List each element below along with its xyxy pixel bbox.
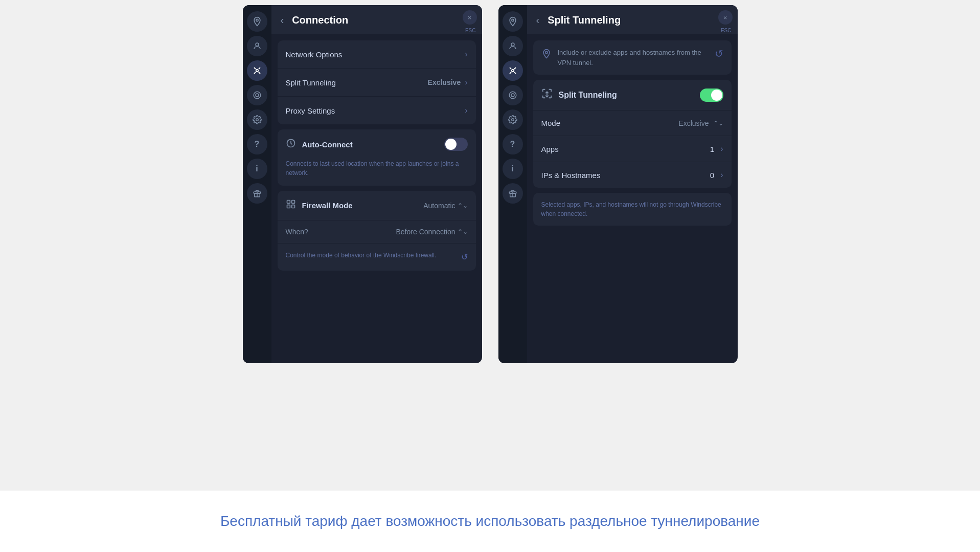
split-tunneling-chevron: ›: [465, 78, 467, 87]
split-tunneling-label: Split Tunneling: [286, 78, 428, 87]
firewall-icon: [286, 199, 296, 212]
firewall-mode-value: Automatic: [423, 202, 455, 210]
sidebar-icon-help[interactable]: ?: [247, 134, 267, 154]
svg-rect-9: [287, 201, 290, 204]
split-tunneling-item[interactable]: Split Tunneling Exclusive ›: [278, 69, 476, 97]
st-mode-label: Mode: [541, 119, 679, 127]
proxy-settings-chevron: ›: [465, 106, 467, 115]
network-options-label: Network Options: [286, 50, 465, 59]
firewall-when-row: When? Before Connection ⌃⌄: [278, 220, 476, 244]
left-back-button[interactable]: ‹: [278, 13, 287, 27]
right-close-icon: ×: [723, 14, 727, 21]
st-apps-count: 1: [710, 145, 714, 153]
firewall-label: Firewall Mode: [302, 201, 418, 210]
st-ips-row[interactable]: IPs & Hostnames 0 ›: [533, 162, 732, 188]
firewall-info-icon[interactable]: ↺: [461, 251, 468, 263]
st-mode-chevron: ⌃⌄: [713, 120, 723, 127]
st-ips-count: 0: [710, 171, 714, 180]
network-options-item[interactable]: Network Options ›: [278, 40, 476, 69]
right-sidebar-icon-info[interactable]: i: [503, 159, 523, 179]
svg-point-1: [256, 43, 259, 46]
firewall-card: Firewall Mode Automatic ⌃⌄ When? Before …: [278, 191, 476, 271]
svg-point-2: [256, 70, 258, 72]
st-toggle[interactable]: [700, 89, 723, 102]
autoconnect-card: Auto-Connect Connects to last used locat…: [278, 129, 476, 186]
firewall-when-value: Before Connection: [396, 228, 455, 236]
sidebar-icon-settings[interactable]: [247, 109, 267, 130]
svg-point-3: [254, 92, 261, 99]
svg-point-17: [511, 94, 514, 97]
st-apps-row[interactable]: Apps 1 ›: [533, 136, 732, 162]
right-back-button[interactable]: ‹: [533, 13, 543, 27]
svg-point-4: [256, 94, 259, 97]
autoconnect-icon: [286, 138, 296, 151]
st-mode-row[interactable]: Mode Exclusive ⌃⌄: [533, 110, 732, 136]
svg-point-21: [545, 51, 547, 53]
firewall-mode-chevron: ⌃⌄: [458, 202, 468, 209]
svg-point-14: [511, 43, 514, 46]
firewall-when-label: When?: [286, 228, 396, 236]
sidebar-icon-gift[interactable]: [247, 183, 267, 204]
network-options-chevron: ›: [465, 50, 467, 59]
firewall-header: Firewall Mode Automatic ⌃⌄: [278, 191, 476, 220]
sidebar-icon-user[interactable]: [247, 36, 267, 56]
right-main-content: ‹ Split Tunneling × ESC Inc: [527, 5, 738, 363]
right-content-area: Include or exclude apps and hostnames fr…: [527, 34, 738, 363]
sidebar-icon-shield[interactable]: [247, 85, 267, 105]
autoconnect-header: Auto-Connect: [278, 129, 476, 159]
st-ips-value-container: 0 ›: [710, 170, 723, 180]
right-sidebar-icon-help[interactable]: ?: [503, 134, 523, 154]
st-ips-label: IPs & Hostnames: [541, 171, 710, 180]
firewall-when-dropdown[interactable]: Before Connection ⌃⌄: [396, 228, 468, 236]
st-info-text: Include or exclude apps and hostnames fr…: [558, 48, 709, 68]
st-mode-value: Exclusive: [678, 119, 709, 127]
sidebar-icon-connection[interactable]: [247, 60, 267, 81]
st-apps-chevron: ›: [720, 144, 723, 153]
left-content-area: Network Options › Split Tunneling Exclus…: [271, 34, 482, 363]
right-sidebar-icon-shield[interactable]: [503, 85, 523, 105]
svg-point-18: [511, 119, 514, 121]
st-info-action-icon[interactable]: ↺: [715, 48, 723, 60]
svg-point-16: [509, 92, 516, 99]
right-sidebar-icon-gift[interactable]: [503, 183, 523, 204]
st-footer-desc: Selected apps, IPs, and hostnames will n…: [533, 193, 732, 226]
right-close-button[interactable]: ×: [718, 10, 733, 25]
right-sidebar-icon-connection[interactable]: [503, 60, 523, 81]
st-toggle-icon: [541, 88, 553, 102]
right-sidebar-icon-user[interactable]: [503, 36, 523, 56]
connection-panel: ? i ‹ Connection × ESC: [243, 5, 482, 363]
left-panel-header: ‹ Connection × ESC: [271, 5, 482, 34]
sidebar-icon-info[interactable]: i: [247, 159, 267, 179]
svg-point-13: [511, 19, 513, 21]
st-main-card: Split Tunneling Mode Exclusive ⌃⌄ Apps: [533, 80, 732, 188]
firewall-when-chevron: ⌃⌄: [458, 228, 468, 235]
st-footer-desc-text: Selected apps, IPs, and hostnames will n…: [541, 201, 721, 217]
autoconnect-description: Connects to last used location when the …: [278, 159, 476, 186]
left-sidebar: ? i: [243, 5, 271, 363]
bottom-section: Бесплатный тариф дает возможность исполь…: [0, 491, 980, 552]
firewall-desc-text: Control the mode of behavior of the Wind…: [286, 251, 456, 260]
right-panel-title: Split Tunneling: [548, 14, 729, 26]
bottom-text-content: Бесплатный тариф дает возможность исполь…: [220, 511, 760, 531]
left-close-button[interactable]: ×: [463, 10, 477, 25]
st-apps-label: Apps: [541, 145, 710, 153]
sidebar-icon-location[interactable]: [247, 11, 267, 32]
right-sidebar-icon-settings[interactable]: [503, 109, 523, 130]
autoconnect-toggle[interactable]: [444, 138, 468, 151]
right-esc-label: ESC: [721, 28, 732, 33]
right-sidebar: ? i: [498, 5, 527, 363]
left-panel-title: Connection: [292, 14, 473, 26]
svg-rect-12: [291, 205, 294, 208]
firewall-mode-dropdown[interactable]: Automatic ⌃⌄: [423, 202, 467, 210]
proxy-settings-item[interactable]: Proxy Settings ›: [278, 97, 476, 124]
svg-rect-11: [287, 205, 290, 208]
svg-point-0: [256, 19, 258, 21]
left-esc-label: ESC: [465, 28, 476, 33]
svg-rect-10: [291, 201, 294, 204]
autoconnect-label: Auto-Connect: [302, 140, 438, 149]
st-ips-chevron: ›: [720, 170, 723, 180]
proxy-settings-label: Proxy Settings: [286, 106, 465, 115]
st-apps-value-container: 1 ›: [710, 144, 723, 153]
svg-point-5: [256, 119, 258, 121]
right-sidebar-icon-location[interactable]: [503, 11, 523, 32]
